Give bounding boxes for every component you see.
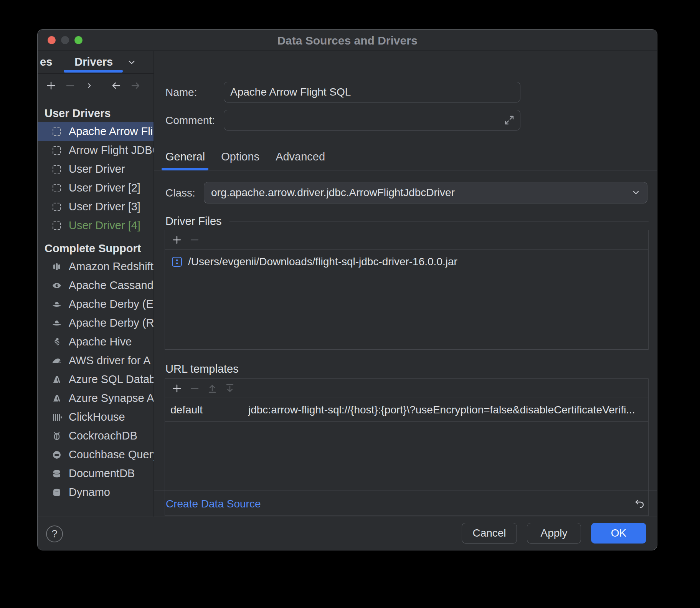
dialog-footer: ? Cancel Apply OK xyxy=(38,517,657,550)
tree-item-label: AWS driver for A xyxy=(69,354,150,367)
tree-section-header: Complete Support xyxy=(38,240,154,257)
more-actions-button[interactable] xyxy=(84,80,95,91)
driver-files-box: /Users/evgenii/Downloads/flight-sql-jdbc… xyxy=(165,230,649,350)
undo-icon[interactable] xyxy=(634,498,646,510)
tree-item-label: DocumentDB xyxy=(69,467,135,480)
help-button[interactable]: ? xyxy=(46,525,63,542)
tree-section-header: User Drivers xyxy=(38,104,154,122)
dolphin-icon xyxy=(51,355,62,366)
tree-item-label: Azure SQL Datab xyxy=(69,373,154,386)
class-label: Class: xyxy=(165,187,195,199)
remove-file-button[interactable] xyxy=(189,234,200,246)
class-select[interactable]: org.apache.arrow.driver.jdbc.ArrowFlight… xyxy=(204,182,647,203)
tree-item[interactable]: Azure Synapse A xyxy=(38,389,154,408)
cancel-button[interactable]: Cancel xyxy=(462,523,517,544)
tab-data-sources[interactable]: es xyxy=(40,56,52,68)
back-button[interactable] xyxy=(111,80,122,91)
tree-item-label: Apache Arrow Fli xyxy=(69,125,153,138)
active-form-tab-underline xyxy=(162,168,208,170)
tree-item[interactable]: Apache Derby (E xyxy=(38,295,154,314)
azure-icon xyxy=(51,393,62,404)
tree-item[interactable]: User Driver [2] xyxy=(38,178,154,197)
tree-item-label: User Driver [4] xyxy=(69,219,140,232)
tree-item[interactable]: Couchbase Query xyxy=(38,445,154,464)
user-driver-icon xyxy=(51,164,62,175)
user-driver-icon xyxy=(51,220,62,231)
tree-item-label: Apache Cassandr xyxy=(69,279,154,292)
titlebar[interactable]: Data Sources and Drivers xyxy=(38,30,657,51)
tree-item[interactable]: Azure SQL Datab xyxy=(38,370,154,389)
tree-item[interactable]: Apache Hive xyxy=(38,332,154,351)
tree-item[interactable]: ClickHouse xyxy=(38,408,154,426)
derby-icon xyxy=(51,318,62,329)
sidebar-tab-bar: es Drivers xyxy=(38,51,154,74)
tree-item[interactable]: AWS driver for A xyxy=(38,351,154,370)
driver-files-title: Driver Files xyxy=(165,215,649,228)
hive-icon xyxy=(51,337,62,347)
tree-item[interactable]: DocumentDB xyxy=(38,464,154,483)
tree-item[interactable]: Apache Arrow Fli xyxy=(38,122,154,141)
azure-icon xyxy=(51,374,62,385)
url-templates-title: URL templates xyxy=(165,363,649,375)
tab-advanced[interactable]: Advanced xyxy=(276,150,325,163)
cassandra-icon xyxy=(51,280,62,291)
tree-item-label: Azure Synapse A xyxy=(69,392,154,405)
tree-item-label: Amazon Redshift xyxy=(69,260,154,273)
chevron-down-icon xyxy=(631,187,641,197)
tree-item[interactable]: Arrow Flight JDBC xyxy=(38,141,154,160)
tree-item[interactable]: Amazon Redshift xyxy=(38,257,154,276)
window-title: Data Sources and Drivers xyxy=(38,34,657,47)
tree-item-label: Apache Derby (E xyxy=(69,298,154,311)
cockroach-icon xyxy=(51,431,62,441)
name-label: Name: xyxy=(165,86,197,99)
tab-options[interactable]: Options xyxy=(221,150,259,163)
url-template-value[interactable]: jdbc:arrow-flight-sql://{host}:{port}\?u… xyxy=(242,398,648,421)
create-data-source-link[interactable]: Create Data Source xyxy=(166,498,261,510)
tree-item-label: CockroachDB xyxy=(69,430,137,442)
driver-files-toolbar xyxy=(165,230,648,249)
chevron-down-icon[interactable] xyxy=(127,57,137,67)
ok-button[interactable]: OK xyxy=(591,523,646,544)
driver-form: Name: Apache Arrow Flight SQL Comment: G… xyxy=(154,51,657,491)
remove-driver-button[interactable] xyxy=(64,80,76,91)
tab-separator xyxy=(154,170,657,170)
forward-button[interactable] xyxy=(130,80,141,91)
class-value: org.apache.arrow.driver.jdbc.ArrowFlight… xyxy=(211,187,455,199)
name-value: Apache Arrow Flight SQL xyxy=(230,86,351,98)
sidebar: es Drivers User DriversApache Arrow FliA… xyxy=(38,51,154,517)
tree-item[interactable]: User Driver [3] xyxy=(38,197,154,216)
remove-template-button[interactable] xyxy=(189,383,200,394)
name-input[interactable]: Apache Arrow Flight SQL xyxy=(224,82,520,102)
url-template-row[interactable]: default jdbc:arrow-flight-sql://{host}:{… xyxy=(165,398,648,422)
driver-file-path: /Users/evgenii/Downloads/flight-sql-jdbc… xyxy=(188,256,457,268)
move-up-button[interactable] xyxy=(206,383,218,394)
redshift-icon xyxy=(51,261,62,272)
tree-item[interactable]: User Driver xyxy=(38,160,154,178)
expand-icon[interactable] xyxy=(504,115,515,126)
apply-button[interactable]: Apply xyxy=(527,523,581,544)
tree-item[interactable]: CockroachDB xyxy=(38,426,154,445)
add-driver-button[interactable] xyxy=(45,80,57,91)
add-template-button[interactable] xyxy=(171,383,183,394)
tree-item-label: User Driver xyxy=(69,163,125,175)
comment-label: Comment: xyxy=(165,114,215,127)
tree-item[interactable]: Dynamo xyxy=(38,483,154,502)
driver-file-row[interactable]: /Users/evgenii/Downloads/flight-sql-jdbc… xyxy=(165,249,648,268)
add-file-button[interactable] xyxy=(171,234,183,246)
user-driver-icon xyxy=(51,183,62,193)
move-down-button[interactable] xyxy=(224,383,236,394)
tab-general[interactable]: General xyxy=(165,150,205,163)
tree-item[interactable]: Apache Cassandr xyxy=(38,276,154,295)
comment-input[interactable] xyxy=(224,110,520,131)
tree-item[interactable]: Apache Derby (R xyxy=(38,314,154,332)
tree-item[interactable]: User Driver [4] xyxy=(38,216,154,235)
tree-item-label: Apache Derby (R xyxy=(69,317,154,329)
derby-icon xyxy=(51,299,62,310)
tab-drivers[interactable]: Drivers xyxy=(74,56,113,68)
tree-item-label: User Driver [3] xyxy=(69,200,140,213)
tree-item-label: Couchbase Query xyxy=(69,448,154,461)
tree-item-label: ClickHouse xyxy=(69,411,125,423)
user-driver-icon xyxy=(51,145,62,156)
url-template-name[interactable]: default xyxy=(165,398,242,421)
tree-item-label: User Driver [2] xyxy=(69,182,140,194)
